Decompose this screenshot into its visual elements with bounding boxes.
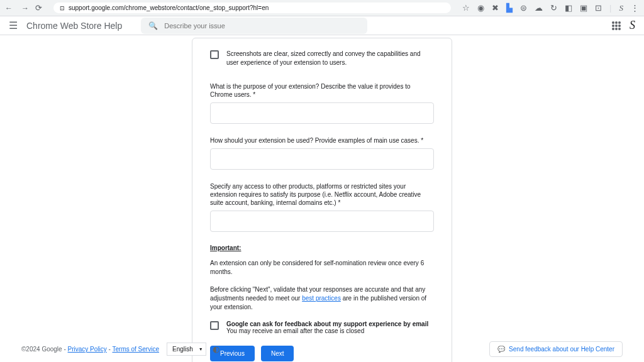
screenshots-checkbox[interactable] [210, 50, 219, 59]
content-area: Screenshots are clear, sized correctly a… [0, 35, 644, 362]
ext-icon-2[interactable]: ✖ [492, 3, 499, 13]
footer-terms-link[interactable]: Terms of Service [113, 346, 159, 353]
forward-icon[interactable]: → [21, 4, 29, 13]
divider: | [609, 3, 611, 13]
nav-arrows: ← → [5, 4, 29, 13]
search-input[interactable] [164, 22, 360, 30]
screenshots-label: Screenshots are clear, sized correctly a… [226, 50, 434, 67]
profile-avatar[interactable]: S [630, 19, 635, 32]
usage-input[interactable] [210, 148, 434, 170]
page-footer: ©2024 Google - Privacy Policy - Terms of… [0, 341, 644, 357]
reload-icon[interactable]: ⟳ [35, 3, 42, 13]
app-header: ☰ Chrome Web Store Help 🔍 S [0, 16, 644, 35]
purpose-input[interactable] [210, 102, 434, 124]
best-practices-link[interactable]: best practices [302, 295, 341, 302]
apps-grid-icon[interactable] [612, 21, 621, 30]
footer-privacy-link[interactable]: Privacy Policy [68, 346, 107, 353]
hamburger-icon[interactable]: ☰ [9, 19, 18, 31]
toolbar-icons: ☆ ◉ ✖ ▙ ⊜ ☁ ↻ ◧ ▣ ⊡ | S ⋮ [462, 3, 639, 13]
url-bar[interactable]: ⊡ support.google.com/chrome_webstore/con… [53, 3, 451, 13]
ext-icon-5[interactable]: ☁ [535, 3, 543, 13]
ext-icon-6[interactable]: ↻ [550, 3, 557, 13]
language-select[interactable]: English [167, 343, 206, 356]
ext-icon-4[interactable]: ⊜ [520, 3, 527, 13]
ext-icon-1[interactable]: ◉ [477, 3, 484, 13]
form-card: Screenshots are clear, sized correctly a… [192, 38, 452, 362]
purpose-label: What is the purpose of your extension? D… [210, 82, 434, 99]
search-box[interactable]: 🔍 [141, 18, 367, 34]
header-right: S [612, 19, 635, 32]
search-icon: 🔍 [148, 21, 158, 30]
profile-icon[interactable]: S [619, 3, 624, 13]
app-title: Chrome Web Store Help [26, 21, 122, 31]
feedback-checkbox[interactable] [210, 321, 219, 330]
theme-toggle-icon[interactable]: ◐ [213, 344, 219, 354]
chat-icon: 💬 [497, 346, 505, 353]
ext-icon-7[interactable]: ◧ [565, 3, 572, 13]
send-feedback-button[interactable]: 💬 Send feedback about our Help Center [489, 341, 623, 357]
footer-left: ©2024 Google - Privacy Policy - Terms of… [21, 346, 159, 353]
usage-label: How should your extension be used? Provi… [210, 136, 434, 145]
ext-icon-8[interactable]: ▣ [580, 3, 587, 13]
important-para-2: Before clicking "Next", validate that yo… [210, 285, 434, 312]
back-icon[interactable]: ← [5, 4, 13, 13]
access-input[interactable] [210, 211, 434, 232]
ext-puzzle-icon[interactable]: ⊡ [595, 3, 602, 13]
url-text: support.google.com/chrome_webstore/conta… [69, 4, 269, 11]
menu-dots-icon[interactable]: ⋮ [631, 3, 639, 13]
ext-icon-3[interactable]: ▙ [506, 3, 513, 13]
site-info-icon[interactable]: ⊡ [60, 5, 65, 11]
access-label: Specify any access to other products, pl… [210, 182, 434, 207]
feedback-check-row: Google can ask for feedback about my sup… [210, 321, 434, 334]
screenshots-check-row: Screenshots are clear, sized correctly a… [210, 50, 434, 67]
browser-toolbar: ← → ⟳ ⊡ support.google.com/chrome_websto… [0, 0, 644, 16]
star-icon[interactable]: ☆ [462, 3, 470, 13]
feedback-subtitle: You may receive an email after the case … [226, 327, 428, 334]
feedback-title: Google can ask for feedback about my sup… [226, 321, 428, 327]
important-para-1: An extension can only be considered for … [210, 259, 434, 277]
important-heading: Important: [210, 244, 434, 251]
